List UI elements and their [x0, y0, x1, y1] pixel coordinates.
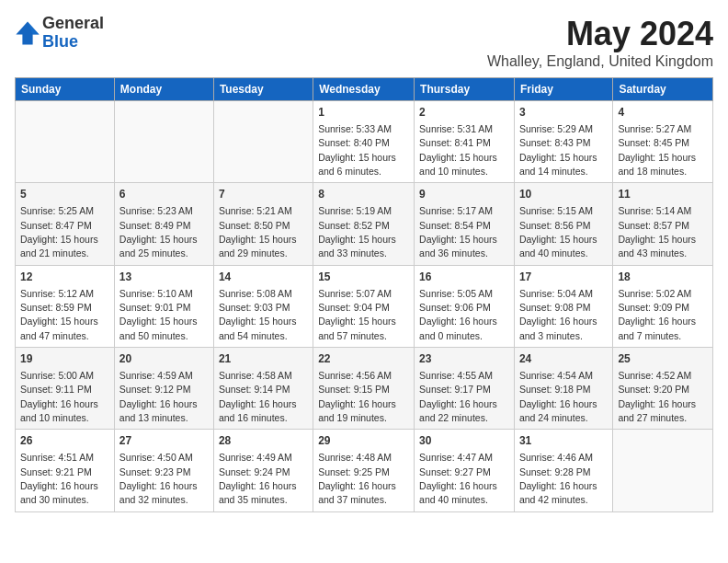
day-cell: 28Sunrise: 4:49 AM Sunset: 9:24 PM Dayli… [213, 430, 313, 511]
day-cell: 3Sunrise: 5:29 AM Sunset: 8:43 PM Daylig… [514, 101, 612, 183]
calendar-table: SundayMondayTuesdayWednesdayThursdayFrid… [15, 77, 713, 512]
day-info: Sunrise: 5:00 AM Sunset: 9:11 PM Dayligh… [20, 370, 98, 423]
day-info: Sunrise: 5:15 AM Sunset: 8:56 PM Dayligh… [519, 205, 597, 259]
day-info: Sunrise: 4:51 AM Sunset: 9:21 PM Dayligh… [20, 452, 98, 505]
day-cell: 6Sunrise: 5:23 AM Sunset: 8:49 PM Daylig… [114, 183, 213, 265]
day-number: 11 [618, 187, 708, 202]
day-cell: 16Sunrise: 5:05 AM Sunset: 9:06 PM Dayli… [415, 265, 515, 347]
header-sunday: Sunday [16, 78, 115, 101]
day-number: 7 [219, 187, 308, 202]
day-info: Sunrise: 4:55 AM Sunset: 9:17 PM Dayligh… [419, 370, 497, 423]
header-monday: Monday [114, 78, 213, 101]
day-number: 6 [119, 187, 209, 202]
week-row-2: 5Sunrise: 5:25 AM Sunset: 8:47 PM Daylig… [16, 183, 713, 265]
day-cell: 14Sunrise: 5:08 AM Sunset: 9:03 PM Dayli… [213, 265, 313, 347]
day-number: 10 [519, 187, 608, 202]
day-number: 19 [20, 351, 109, 367]
day-cell: 13Sunrise: 5:10 AM Sunset: 9:01 PM Dayli… [114, 265, 213, 347]
day-cell [16, 101, 115, 183]
day-info: Sunrise: 5:05 AM Sunset: 9:06 PM Dayligh… [419, 288, 497, 341]
day-cell: 15Sunrise: 5:07 AM Sunset: 9:04 PM Dayli… [313, 265, 415, 347]
day-number: 14 [219, 270, 308, 285]
day-number: 20 [119, 351, 209, 367]
day-cell [613, 430, 713, 511]
day-info: Sunrise: 5:25 AM Sunset: 8:47 PM Dayligh… [20, 205, 98, 259]
day-info: Sunrise: 5:23 AM Sunset: 8:49 PM Dayligh… [119, 205, 198, 259]
day-number: 24 [519, 351, 608, 367]
header: General Blue May 2024 Whalley, England, … [15, 15, 713, 70]
day-info: Sunrise: 4:54 AM Sunset: 9:18 PM Dayligh… [519, 370, 597, 423]
day-number: 8 [318, 187, 409, 202]
header-row: SundayMondayTuesdayWednesdayThursdayFrid… [16, 78, 713, 101]
day-number: 21 [219, 351, 308, 367]
day-info: Sunrise: 5:17 AM Sunset: 8:54 PM Dayligh… [419, 205, 497, 259]
day-number: 28 [219, 433, 308, 449]
day-info: Sunrise: 5:02 AM Sunset: 9:09 PM Dayligh… [618, 288, 696, 341]
day-info: Sunrise: 5:10 AM Sunset: 9:01 PM Dayligh… [119, 288, 198, 341]
week-row-5: 26Sunrise: 4:51 AM Sunset: 9:21 PM Dayli… [16, 430, 713, 511]
week-row-4: 19Sunrise: 5:00 AM Sunset: 9:11 PM Dayli… [16, 348, 713, 430]
day-cell: 4Sunrise: 5:27 AM Sunset: 8:45 PM Daylig… [613, 101, 713, 183]
day-cell: 22Sunrise: 4:56 AM Sunset: 9:15 PM Dayli… [313, 348, 415, 430]
day-number: 25 [618, 351, 708, 367]
header-thursday: Thursday [415, 78, 515, 101]
day-number: 4 [618, 105, 708, 121]
day-cell: 27Sunrise: 4:50 AM Sunset: 9:23 PM Dayli… [114, 430, 213, 511]
day-cell: 30Sunrise: 4:47 AM Sunset: 9:27 PM Dayli… [415, 430, 515, 511]
day-cell: 2Sunrise: 5:31 AM Sunset: 8:41 PM Daylig… [415, 101, 515, 183]
day-number: 12 [20, 270, 109, 285]
day-cell [114, 101, 213, 183]
header-saturday: Saturday [613, 78, 713, 101]
day-number: 29 [318, 433, 409, 449]
day-cell: 26Sunrise: 4:51 AM Sunset: 9:21 PM Dayli… [16, 430, 115, 511]
day-cell: 11Sunrise: 5:14 AM Sunset: 8:57 PM Dayli… [613, 183, 713, 265]
day-info: Sunrise: 4:48 AM Sunset: 9:25 PM Dayligh… [318, 452, 396, 505]
day-info: Sunrise: 5:19 AM Sunset: 8:52 PM Dayligh… [318, 205, 396, 259]
day-info: Sunrise: 5:04 AM Sunset: 9:08 PM Dayligh… [519, 288, 597, 341]
day-number: 13 [119, 270, 209, 285]
day-cell: 9Sunrise: 5:17 AM Sunset: 8:54 PM Daylig… [415, 183, 515, 265]
day-cell: 31Sunrise: 4:46 AM Sunset: 9:28 PM Dayli… [514, 430, 612, 511]
day-cell: 19Sunrise: 5:00 AM Sunset: 9:11 PM Dayli… [16, 348, 115, 430]
day-number: 9 [419, 187, 509, 202]
day-cell: 24Sunrise: 4:54 AM Sunset: 9:18 PM Dayli… [514, 348, 612, 430]
week-row-1: 1Sunrise: 5:33 AM Sunset: 8:40 PM Daylig… [16, 101, 713, 183]
day-number: 27 [119, 433, 209, 449]
day-cell: 12Sunrise: 5:12 AM Sunset: 8:59 PM Dayli… [16, 265, 115, 347]
day-cell: 29Sunrise: 4:48 AM Sunset: 9:25 PM Dayli… [313, 430, 415, 511]
day-info: Sunrise: 4:49 AM Sunset: 9:24 PM Dayligh… [219, 452, 297, 505]
day-info: Sunrise: 4:59 AM Sunset: 9:12 PM Dayligh… [119, 370, 198, 423]
day-cell: 17Sunrise: 5:04 AM Sunset: 9:08 PM Dayli… [514, 265, 612, 347]
day-cell [213, 101, 313, 183]
day-number: 2 [419, 105, 509, 121]
day-number: 5 [20, 187, 109, 202]
header-friday: Friday [514, 78, 612, 101]
day-info: Sunrise: 4:58 AM Sunset: 9:14 PM Dayligh… [219, 370, 297, 423]
day-info: Sunrise: 5:31 AM Sunset: 8:41 PM Dayligh… [419, 123, 497, 177]
day-cell: 8Sunrise: 5:19 AM Sunset: 8:52 PM Daylig… [313, 183, 415, 265]
day-cell: 21Sunrise: 4:58 AM Sunset: 9:14 PM Dayli… [213, 348, 313, 430]
day-number: 31 [519, 433, 608, 449]
location-title: Whalley, England, United Kingdom [487, 53, 713, 70]
day-number: 16 [419, 270, 509, 285]
day-number: 26 [20, 433, 109, 449]
logo-general-text: General [42, 15, 104, 33]
logo-icon [15, 20, 40, 46]
day-cell: 7Sunrise: 5:21 AM Sunset: 8:50 PM Daylig… [213, 183, 313, 265]
day-cell: 10Sunrise: 5:15 AM Sunset: 8:56 PM Dayli… [514, 183, 612, 265]
day-info: Sunrise: 4:50 AM Sunset: 9:23 PM Dayligh… [119, 452, 198, 505]
day-number: 1 [318, 105, 409, 121]
day-cell: 18Sunrise: 5:02 AM Sunset: 9:09 PM Dayli… [613, 265, 713, 347]
day-info: Sunrise: 5:14 AM Sunset: 8:57 PM Dayligh… [618, 205, 696, 259]
day-number: 22 [318, 351, 409, 367]
header-wednesday: Wednesday [313, 78, 415, 101]
day-number: 15 [318, 270, 409, 285]
week-row-3: 12Sunrise: 5:12 AM Sunset: 8:59 PM Dayli… [16, 265, 713, 347]
logo: General Blue [15, 15, 104, 52]
day-info: Sunrise: 5:29 AM Sunset: 8:43 PM Dayligh… [519, 123, 597, 177]
day-cell: 23Sunrise: 4:55 AM Sunset: 9:17 PM Dayli… [415, 348, 515, 430]
day-cell: 1Sunrise: 5:33 AM Sunset: 8:40 PM Daylig… [313, 101, 415, 183]
logo-blue-text: Blue [42, 33, 104, 52]
day-info: Sunrise: 5:07 AM Sunset: 9:04 PM Dayligh… [318, 288, 396, 341]
day-info: Sunrise: 5:12 AM Sunset: 8:59 PM Dayligh… [20, 288, 98, 341]
